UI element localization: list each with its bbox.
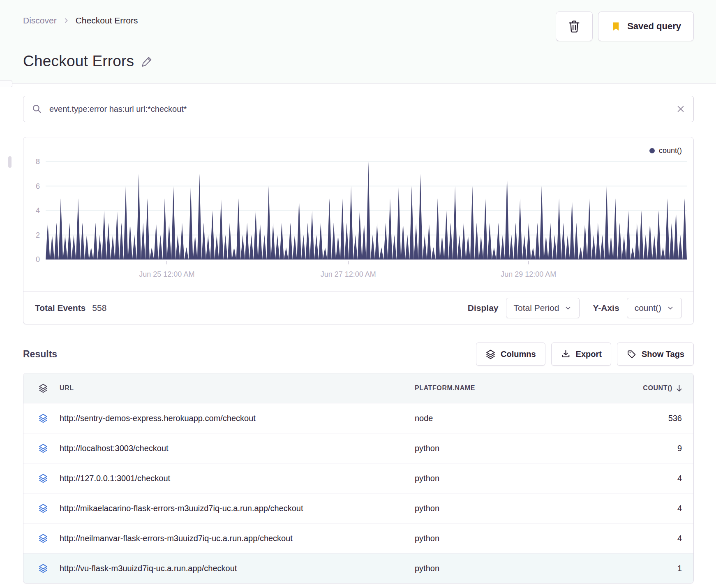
- url-cell[interactable]: http://localhost:3003/checkout: [60, 444, 415, 453]
- column-header-count[interactable]: COUNT(): [581, 384, 693, 393]
- bookmark-icon: [611, 21, 621, 32]
- svg-text:2: 2: [36, 231, 40, 239]
- legend-dot-icon: [649, 148, 655, 153]
- platform-cell: python: [415, 564, 581, 573]
- chevron-down-icon: [667, 304, 674, 312]
- results-table: URL PLATFORM.NAME COUNT() http://sentry-…: [23, 373, 694, 583]
- table-row: http://sentry-demos-express.herokuapp.co…: [23, 403, 693, 433]
- url-cell[interactable]: http://neilmanvar-flask-errors-m3uuizd7i…: [60, 534, 415, 543]
- svg-text:4: 4: [36, 206, 40, 215]
- x-axis-label: Jun 25 12:00 AM: [139, 270, 194, 278]
- export-button[interactable]: Export: [551, 343, 611, 366]
- search-bar[interactable]: [23, 96, 694, 122]
- delete-query-button[interactable]: [556, 12, 593, 41]
- platform-cell: python: [415, 504, 581, 513]
- events-spike-chart[interactable]: 02468Jun 25 12:00 AMJun 27 12:00 AMJun 2…: [23, 137, 693, 291]
- count-cell: 4: [581, 534, 693, 543]
- platform-cell: python: [415, 534, 581, 543]
- table-row: http://127.0.0.1:3001/checkoutpython4: [23, 463, 693, 493]
- display-value: Total Period: [514, 303, 559, 313]
- total-events: Total Events 558: [35, 303, 106, 313]
- yaxis-label: Y-Axis: [593, 303, 619, 313]
- column-header-url[interactable]: URL: [60, 384, 415, 392]
- table-row: http://neilmanvar-flask-errors-m3uuizd7i…: [23, 523, 693, 553]
- saved-query-label: Saved query: [627, 21, 681, 32]
- count-cell: 9: [581, 444, 693, 453]
- results-heading: Results: [23, 349, 57, 360]
- column-header-platform[interactable]: PLATFORM.NAME: [415, 384, 581, 392]
- layers-icon[interactable]: [23, 443, 60, 453]
- table-row: http://vu-flask-m3uuizd7iq-uc.a.run.app/…: [23, 553, 693, 583]
- search-icon: [32, 104, 42, 114]
- svg-text:6: 6: [36, 182, 40, 190]
- count-cell: 1: [581, 564, 693, 573]
- platform-cell: node: [415, 414, 581, 423]
- platform-cell: python: [415, 474, 581, 483]
- trash-icon: [567, 19, 581, 33]
- show-tags-button[interactable]: Show Tags: [617, 343, 694, 366]
- layers-icon[interactable]: [23, 533, 60, 543]
- layers-icon[interactable]: [23, 503, 60, 513]
- count-cell: 536: [581, 414, 693, 423]
- url-cell[interactable]: http://vu-flask-m3uuizd7iq-uc.a.run.app/…: [60, 564, 415, 573]
- columns-button[interactable]: Columns: [476, 343, 545, 366]
- scroll-indicator: [8, 156, 12, 168]
- url-cell[interactable]: http://sentry-demos-express.herokuapp.co…: [60, 414, 415, 423]
- x-axis-label: Jun 27 12:00 AM: [321, 270, 376, 278]
- url-cell[interactable]: http://mikaelacarino-flask-errors-m3uuiz…: [60, 504, 415, 513]
- svg-text:0: 0: [36, 255, 40, 264]
- breadcrumb-current: Checkout Errors: [76, 16, 138, 25]
- layers-icon: [485, 349, 496, 359]
- count-cell: 4: [581, 504, 693, 513]
- download-icon: [561, 349, 571, 359]
- arrow-down-icon: [675, 384, 684, 393]
- events-chart-panel: count() 02468Jun 25 12:00 AMJun 27 12:00…: [23, 137, 694, 324]
- pencil-icon[interactable]: [141, 55, 153, 68]
- layers-icon[interactable]: [23, 473, 60, 483]
- url-cell[interactable]: http://127.0.0.1:3001/checkout: [60, 474, 415, 483]
- layers-icon[interactable]: [23, 563, 60, 573]
- breadcrumb-discover[interactable]: Discover: [23, 16, 57, 25]
- layers-icon[interactable]: [23, 413, 60, 423]
- page-title: Checkout Errors: [23, 53, 134, 70]
- saved-query-button[interactable]: Saved query: [598, 12, 694, 41]
- tag-icon: [626, 349, 637, 359]
- table-row: http://localhost:3003/checkoutpython9: [23, 433, 693, 463]
- table-header-row: URL PLATFORM.NAME COUNT(): [23, 373, 693, 403]
- sidebar-collapse-handle[interactable]: [0, 81, 12, 87]
- x-axis-label: Jun 29 12:00 AM: [501, 270, 556, 278]
- svg-text:8: 8: [36, 157, 40, 166]
- columns-label: Columns: [501, 350, 536, 359]
- chevron-right-icon: [62, 17, 70, 24]
- platform-cell: python: [415, 444, 581, 453]
- show-tags-label: Show Tags: [642, 350, 684, 359]
- search-input[interactable]: [49, 104, 670, 114]
- layers-icon[interactable]: [23, 383, 60, 393]
- export-label: Export: [576, 350, 602, 359]
- display-select[interactable]: Total Period: [506, 298, 580, 318]
- chevron-down-icon: [564, 304, 572, 312]
- breadcrumb: Discover Checkout Errors: [23, 12, 138, 25]
- total-events-value: 558: [92, 303, 106, 313]
- chart-legend[interactable]: count(): [649, 146, 682, 155]
- page-header: Discover Checkout Errors: [0, 0, 716, 84]
- count-column-label: COUNT(): [643, 384, 672, 392]
- legend-label: count(): [659, 146, 682, 155]
- display-label: Display: [468, 303, 499, 313]
- close-icon[interactable]: [676, 104, 685, 113]
- table-row: http://mikaelacarino-flask-errors-m3uuiz…: [23, 493, 693, 523]
- total-events-label: Total Events: [35, 303, 85, 313]
- chart-footer: Total Events 558 Display Total Period Y-…: [23, 291, 693, 324]
- yaxis-select[interactable]: count(): [627, 298, 682, 318]
- count-cell: 4: [581, 474, 693, 483]
- yaxis-value: count(): [635, 303, 661, 313]
